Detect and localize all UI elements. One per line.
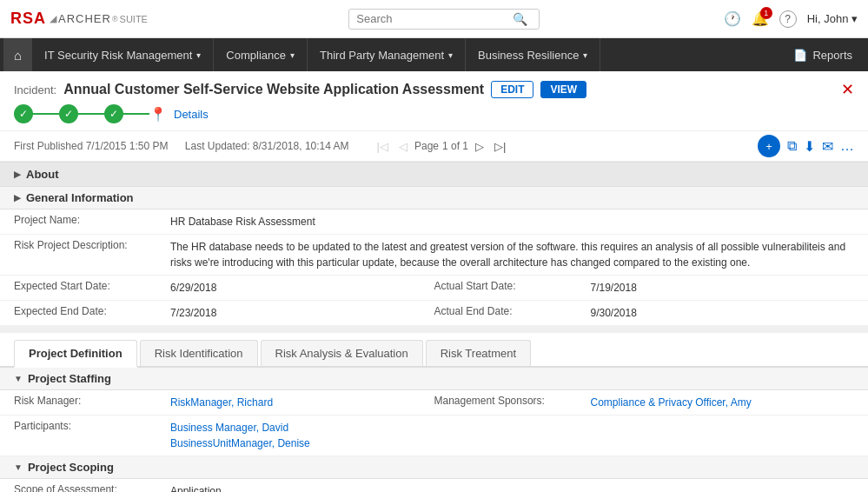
nav-reports[interactable]: 📄 Reports bbox=[781, 38, 865, 71]
management-sponsors-link[interactable]: Compliance & Privacy Officer, Amy bbox=[591, 396, 752, 409]
participants-label: Participants: bbox=[14, 420, 170, 432]
incident-label: Incident: bbox=[14, 83, 56, 96]
participant2-link[interactable]: BusinessUnitManager, Denise bbox=[170, 437, 310, 449]
management-sponsors-half: Management Sponsors: Compliance & Privac… bbox=[434, 395, 855, 410]
actual-start-label: Actual Start Date: bbox=[434, 280, 591, 296]
user-menu[interactable]: Hi, John ▾ bbox=[807, 12, 858, 25]
workflow-step-2: ✓ bbox=[59, 104, 78, 123]
general-info-header[interactable]: ▶ General Information bbox=[0, 187, 868, 209]
scoping-toggle: ▼ bbox=[14, 462, 23, 472]
expected-start-half: Expected Start Date: 6/29/2018 bbox=[14, 280, 434, 296]
staffing-toggle: ▼ bbox=[14, 374, 23, 383]
edit-button[interactable]: EDIT bbox=[491, 81, 533, 98]
management-sponsors-label: Management Sponsors: bbox=[434, 395, 591, 410]
logo-rsa: RSA bbox=[10, 10, 46, 28]
about-section-header[interactable]: ▶ About bbox=[0, 162, 868, 187]
workflow-step-1: ✓ bbox=[14, 104, 33, 123]
nav-item-business-resilience-label: Business Resilience bbox=[478, 49, 579, 62]
participants-value: Business Manager, David BusinessUnitMana… bbox=[170, 420, 854, 451]
search-input[interactable] bbox=[356, 12, 513, 25]
history-icon[interactable]: 🕐 bbox=[724, 10, 741, 27]
tab-risk-identification[interactable]: Risk Identification bbox=[140, 340, 258, 366]
project-staffing-header[interactable]: ▼ Project Staffing bbox=[0, 368, 868, 390]
add-button[interactable]: + bbox=[758, 135, 780, 157]
next-page-button[interactable]: ▷ bbox=[472, 139, 487, 154]
nav-item-third-party-label: Third Party Management bbox=[320, 49, 444, 62]
section-spacer bbox=[0, 326, 868, 333]
top-bar-actions: 🕐 🔔 1 ? Hi, John ▾ bbox=[724, 10, 858, 28]
workflow-step-3: ✓ bbox=[104, 104, 123, 123]
last-page-button[interactable]: ▷| bbox=[491, 139, 509, 154]
published-date: First Published 7/1/2015 1:50 PM bbox=[14, 140, 168, 152]
scope-value-1: Application bbox=[170, 483, 854, 492]
meta-row: First Published 7/1/2015 1:50 PM Last Up… bbox=[0, 131, 868, 162]
expected-start-value: 6/29/2018 bbox=[170, 280, 434, 296]
general-info-label: General Information bbox=[26, 191, 134, 204]
nav-item-business-resilience[interactable]: Business Resilience ▾ bbox=[466, 38, 600, 71]
updated-date: Last Updated: 8/31/2018, 10:14 AM bbox=[185, 140, 349, 152]
location-icon: 📍 bbox=[149, 106, 167, 123]
download-icon[interactable]: ⬇ bbox=[804, 138, 815, 155]
risk-manager-link[interactable]: RiskManager, Richard bbox=[170, 396, 273, 409]
help-icon[interactable]: ? bbox=[779, 10, 797, 28]
page-title: Annual Customer Self-Service Website App… bbox=[63, 82, 484, 97]
risk-manager-value: RiskManager, Richard bbox=[170, 395, 434, 410]
actual-end-half: Actual End Date: 9/30/2018 bbox=[434, 305, 855, 321]
notification-badge: 1 bbox=[760, 7, 772, 19]
notifications-icon[interactable]: 🔔 1 bbox=[752, 10, 769, 27]
page-title-row: Incident: Annual Customer Self-Service W… bbox=[14, 80, 854, 99]
scoping-label: Project Scoping bbox=[28, 461, 114, 474]
expected-end-label: Expected End Date: bbox=[14, 305, 170, 321]
nav-item-compliance[interactable]: Compliance ▾ bbox=[214, 38, 308, 71]
participants-row: Participants: Business Manager, David Bu… bbox=[0, 416, 868, 456]
nav-home-button[interactable]: ⌂ bbox=[3, 38, 32, 71]
workflow-row: ✓ ✓ ✓ 📍 Details bbox=[14, 104, 854, 123]
description-row: Risk Project Description: The HR databas… bbox=[0, 235, 868, 276]
actual-end-value: 9/30/2018 bbox=[591, 305, 855, 321]
meta-actions: + ⧉ ⬇ ✉ … bbox=[758, 135, 854, 157]
step-line-1 bbox=[33, 113, 59, 115]
tab-risk-analysis[interactable]: Risk Analysis & Evaluation bbox=[261, 340, 423, 366]
reports-icon: 📄 bbox=[793, 49, 807, 62]
project-scoping-header[interactable]: ▼ Project Scoping bbox=[0, 456, 868, 479]
expected-start-label: Expected Start Date: bbox=[14, 280, 170, 296]
tabs-row: Project Definition Risk Identification R… bbox=[0, 340, 868, 368]
search-box: 🔍 bbox=[348, 9, 540, 30]
main-content: Incident: Annual Customer Self-Service W… bbox=[0, 71, 868, 492]
nav-bar: ⌂ IT Security Risk Management ▾ Complian… bbox=[0, 38, 868, 71]
view-button[interactable]: VIEW bbox=[540, 81, 586, 98]
search-area: 🔍 bbox=[165, 9, 724, 30]
nav-item-it-security-chevron: ▾ bbox=[196, 50, 201, 60]
step-circle-3: ✓ bbox=[104, 104, 123, 123]
page-header: Incident: Annual Customer Self-Service W… bbox=[0, 71, 868, 131]
nav-item-third-party[interactable]: Third Party Management ▾ bbox=[308, 38, 466, 71]
project-name-row: Project Name: HR Database Risk Assessmen… bbox=[0, 209, 868, 235]
copy-icon[interactable]: ⧉ bbox=[787, 138, 797, 154]
risk-manager-label: Risk Manager: bbox=[14, 395, 170, 410]
logo-archer: ARCHER bbox=[58, 12, 111, 25]
more-icon[interactable]: … bbox=[840, 138, 854, 154]
prev-page-button[interactable]: ◁ bbox=[395, 139, 411, 154]
page-label: Page bbox=[414, 140, 439, 152]
tab-project-definition[interactable]: Project Definition bbox=[14, 340, 137, 368]
details-link[interactable]: Details bbox=[174, 108, 209, 121]
first-page-button[interactable]: |◁ bbox=[374, 139, 392, 154]
tab-risk-treatment[interactable]: Risk Treatment bbox=[426, 340, 531, 366]
email-icon[interactable]: ✉ bbox=[822, 138, 833, 155]
search-button[interactable]: 🔍 bbox=[513, 12, 527, 26]
actual-start-half: Actual Start Date: 7/19/2018 bbox=[434, 280, 855, 296]
risk-manager-half: Risk Manager: RiskManager, Richard bbox=[14, 395, 434, 410]
project-name-label: Project Name: bbox=[14, 214, 170, 226]
pagination: |◁ ◁ Page 1 of 1 ▷ ▷| bbox=[374, 139, 510, 154]
step-circle-2: ✓ bbox=[59, 104, 78, 123]
staffing-row-1: Risk Manager: RiskManager, Richard Manag… bbox=[0, 390, 868, 416]
nav-item-it-security[interactable]: IT Security Risk Management ▾ bbox=[32, 38, 214, 71]
scope-label: Scope of Assessment: bbox=[14, 483, 170, 492]
nav-item-it-security-label: IT Security Risk Management bbox=[44, 49, 192, 62]
top-bar: RSA ◢ ARCHER ® SUITE 🔍 🕐 🔔 1 ? Hi, John … bbox=[0, 0, 868, 38]
participant1-link[interactable]: Business Manager, David bbox=[170, 422, 288, 434]
scope-values: Application Device Information bbox=[170, 483, 854, 492]
close-button[interactable]: ✕ bbox=[841, 80, 854, 99]
about-label: About bbox=[26, 168, 59, 181]
nav-item-compliance-chevron: ▾ bbox=[290, 50, 295, 60]
